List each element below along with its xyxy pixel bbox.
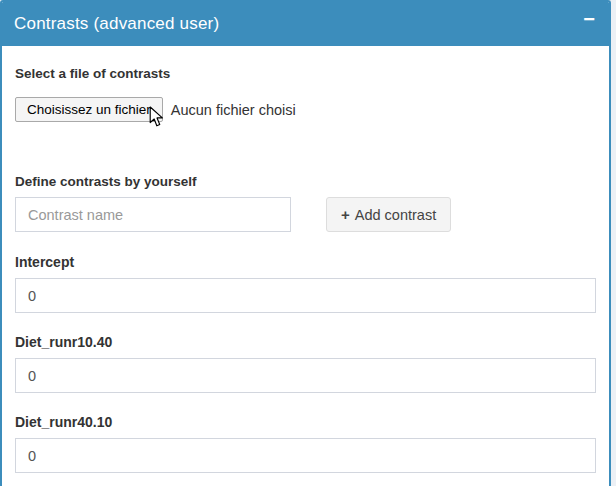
minus-icon: − bbox=[583, 8, 595, 30]
contrasts-panel: Contrasts (advanced user) − Select a fil… bbox=[0, 0, 611, 486]
contrast-field-label: Intercept bbox=[15, 254, 596, 270]
contrast-field-intercept: Intercept bbox=[15, 254, 596, 313]
page: { "panel": { "title": "Contrasts (advanc… bbox=[0, 0, 616, 486]
define-contrasts-group: Define contrasts by yourself + Add contr… bbox=[15, 174, 596, 232]
define-contrasts-row: + Add contrast bbox=[15, 197, 596, 232]
choose-file-button[interactable]: Choisissez un fichier bbox=[15, 97, 163, 122]
contrast-name-input[interactable] bbox=[15, 197, 291, 232]
contrast-value-input-diet-runr10-40[interactable] bbox=[15, 358, 596, 393]
plus-icon: + bbox=[341, 206, 350, 223]
panel-body: Select a file of contrasts Choisissez un… bbox=[2, 46, 609, 486]
contrast-value-input-diet-runr40-10[interactable] bbox=[15, 438, 596, 473]
contrast-field-label: Diet_runr40.10 bbox=[15, 414, 596, 430]
panel-header: Contrasts (advanced user) − bbox=[2, 2, 609, 46]
add-contrast-button[interactable]: + Add contrast bbox=[326, 197, 451, 232]
contrast-field-label: Diet_runr10.40 bbox=[15, 334, 596, 350]
add-contrast-label: Add contrast bbox=[355, 207, 436, 223]
panel-title: Contrasts (advanced user) bbox=[14, 14, 219, 34]
collapse-button[interactable]: − bbox=[581, 9, 597, 29]
file-section-label: Select a file of contrasts bbox=[15, 66, 596, 81]
define-section-label: Define contrasts by yourself bbox=[15, 174, 596, 189]
file-input-row: Choisissez un fichier Aucun fichier choi… bbox=[15, 97, 596, 122]
file-upload-group: Select a file of contrasts Choisissez un… bbox=[15, 66, 596, 122]
contrast-field-diet-runr40-10: Diet_runr40.10 bbox=[15, 414, 596, 473]
contrast-field-diet-runr10-40: Diet_runr10.40 bbox=[15, 334, 596, 393]
file-status-text: Aucun fichier choisi bbox=[171, 102, 296, 118]
contrast-value-input-intercept[interactable] bbox=[15, 278, 596, 313]
